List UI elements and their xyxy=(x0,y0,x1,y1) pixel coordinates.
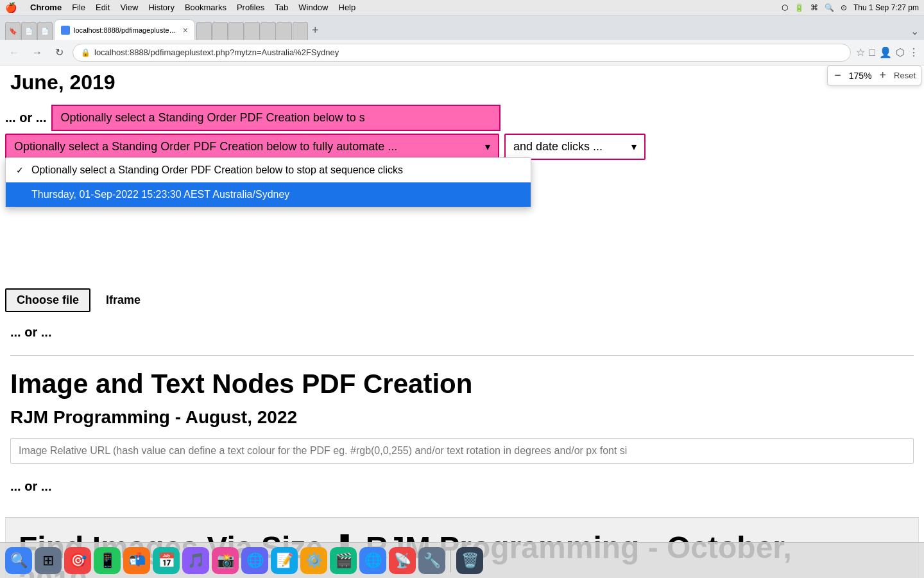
tab-favicon-10[interactable] xyxy=(293,22,308,40)
new-tab-button[interactable]: + xyxy=(312,24,319,40)
extensions-icon[interactable]: ⬡ xyxy=(896,46,905,58)
dock-icon-11[interactable]: ⚙️ xyxy=(300,547,327,574)
active-tab[interactable]: localhost:8888/pdfimageplustext.php?mytz… xyxy=(54,19,195,40)
menubar-datetime: Thu 1 Sep 7:27 pm xyxy=(853,3,919,12)
image-url-input[interactable] xyxy=(10,438,914,464)
menubar-help[interactable]: Help xyxy=(339,3,356,12)
menubar-bookmarks[interactable]: Bookmarks xyxy=(185,3,227,12)
address-bar-input[interactable]: 🔒 localhost:8888/pdfimageplustext.php?my… xyxy=(73,44,851,62)
page-content: June, 2019 ... or ... Optionally select … xyxy=(0,66,924,578)
dock-chrome-icon[interactable]: 🌐 xyxy=(359,547,386,574)
menubar-right: ⬡ 🔋 ⌘ 🔍 ⊙ Thu 1 Sep 7:27 pm xyxy=(782,3,919,12)
tab-favicon-active xyxy=(61,26,70,35)
tab-close-button[interactable]: × xyxy=(183,25,188,35)
dock-launchpad-icon[interactable]: ⊞ xyxy=(35,547,62,574)
dropdown-notification-bar: Optionally select a Standing Order PDF C… xyxy=(51,105,501,131)
menubar-battery-icon: 🔋 xyxy=(794,3,804,12)
tab-favicon-1[interactable]: 🔖 xyxy=(5,22,21,40)
menubar-bluetooth-icon: ⬡ xyxy=(782,3,788,12)
zoom-bar: − 175% + Reset xyxy=(827,66,921,85)
dock-divider xyxy=(450,549,451,572)
addressbar: ← → ↻ 🔒 localhost:8888/pdfimageplustext.… xyxy=(0,40,924,66)
checkmark-icon: ✓ xyxy=(16,165,26,175)
forward-button[interactable]: → xyxy=(28,44,46,61)
dropdown-option-2-label: Thursday, 01-Sep-2022 15:23:30 AEST Aust… xyxy=(31,189,289,200)
dock-icon-7[interactable]: 🎵 xyxy=(182,547,209,574)
zoom-reset-button[interactable]: Reset xyxy=(894,71,916,80)
dock-icon-5[interactable]: 📬 xyxy=(123,547,150,574)
menubar-search-icon[interactable]: 🔍 xyxy=(825,3,834,12)
dock-icon-15[interactable]: 🔧 xyxy=(418,547,445,574)
tab-title: localhost:8888/pdfimageplustext.php?mytz… xyxy=(74,26,179,34)
secondary-dropdown-label: and date clicks ... xyxy=(513,140,603,153)
dock-icon-4[interactable]: 📱 xyxy=(94,547,121,574)
dock-icon-3[interactable]: 🎯 xyxy=(64,547,91,574)
main-content: Image and Text Nodes PDF Creation RJM Pr… xyxy=(0,356,924,517)
menubar-window[interactable]: Window xyxy=(298,3,328,12)
menubar-view[interactable]: View xyxy=(120,3,138,12)
menubar: 🍎 Chrome File Edit View History Bookmark… xyxy=(0,0,924,15)
dock-finder-icon[interactable]: 🔍 xyxy=(5,547,32,574)
menubar-wifi-icon: ⌘ xyxy=(810,3,818,12)
partial-date: June, 2019 xyxy=(10,66,914,100)
tab-favicon-7[interactable] xyxy=(244,22,260,40)
tabbar: 🔖 📄 📄 localhost:8888/pdfimageplustext.ph… xyxy=(0,15,924,40)
or-divider-2: ... or ... xyxy=(0,320,924,345)
menubar-edit[interactable]: Edit xyxy=(96,3,110,12)
secondary-dropdown[interactable]: and date clicks ... ▾ xyxy=(504,134,646,160)
bookmark-icon[interactable]: ☆ xyxy=(856,46,865,58)
back-button[interactable]: ← xyxy=(5,44,23,61)
dock-icon-14[interactable]: 📡 xyxy=(389,547,416,574)
menubar-siri-icon[interactable]: ⊙ xyxy=(841,3,847,12)
dropdown-container: ... or ... Optionally select a Standing … xyxy=(0,100,924,160)
section-top: June, 2019 xyxy=(0,66,924,100)
tab-favicon-6[interactable] xyxy=(228,22,244,40)
dropdown-selected-label: Optionally select a Standing Order PDF C… xyxy=(14,140,397,153)
tab-favicon-4[interactable] xyxy=(196,22,212,40)
address-icons: ☆ □ 👤 ⬡ ⋮ xyxy=(856,46,919,58)
tab-favicon-3[interactable]: 📄 xyxy=(37,22,53,40)
tab-favicon-2[interactable]: 📄 xyxy=(21,22,37,40)
dock-trash-icon[interactable]: 🗑️ xyxy=(456,547,483,574)
menubar-file[interactable]: File xyxy=(72,3,85,12)
dock-icon-12[interactable]: 🎬 xyxy=(330,547,357,574)
zoom-out-button[interactable]: − xyxy=(833,69,843,82)
dropdown-option-2[interactable]: Thursday, 01-Sep-2022 15:23:30 AEST Aust… xyxy=(6,182,531,207)
menubar-profiles[interactable]: Profiles xyxy=(237,3,264,12)
menu-icon[interactable]: ⋮ xyxy=(909,46,919,58)
dropdown-option-1-label: Optionally select a Standing Order PDF C… xyxy=(31,164,403,176)
dropdown-option-1[interactable]: ✓ Optionally select a Standing Order PDF… xyxy=(6,158,531,182)
dropdown-row: Optionally select a Standing Order PDF C… xyxy=(5,134,919,160)
profile-icon[interactable]: 👤 xyxy=(879,46,892,58)
dropdown-menu: ✓ Optionally select a Standing Order PDF… xyxy=(5,157,531,207)
dropdown-selected-bar[interactable]: Optionally select a Standing Order PDF C… xyxy=(5,134,499,160)
dock-icon-8[interactable]: 📸 xyxy=(212,547,239,574)
refresh-button[interactable]: ↻ xyxy=(51,44,67,61)
apple-menu[interactable]: 🍎 xyxy=(5,2,17,13)
dropdown-notification-text: Optionally select a Standing Order PDF C… xyxy=(60,111,364,125)
zoom-value: 175% xyxy=(849,71,872,81)
tab-overflow-button[interactable]: ⌄ xyxy=(911,25,919,40)
dock-icon-10[interactable]: 📝 xyxy=(271,547,298,574)
zoom-in-button[interactable]: + xyxy=(878,69,888,82)
menubar-chrome[interactable]: Chrome xyxy=(30,3,62,12)
menubar-tab[interactable]: Tab xyxy=(275,3,288,12)
main-subheading: RJM Programming - August, 2022 xyxy=(10,407,914,428)
dropdown-chevron-icon: ▾ xyxy=(485,141,490,153)
or-divider-3: ... or ... xyxy=(10,479,914,494)
tab-favicon-9[interactable] xyxy=(277,22,292,40)
url-text: localhost:8888/pdfimageplustext.php?mytz… xyxy=(94,48,339,57)
secondary-dropdown-chevron-icon: ▾ xyxy=(631,141,637,153)
tab-favicon-5[interactable] xyxy=(212,22,228,40)
dock-icon-9[interactable]: 🌐 xyxy=(241,547,268,574)
tab-favicon-8[interactable] xyxy=(261,22,276,40)
main-heading: Image and Text Nodes PDF Creation xyxy=(10,369,914,399)
screenshot-icon[interactable]: □ xyxy=(869,47,875,58)
iframe-button[interactable]: Iframe xyxy=(96,290,151,311)
choose-file-button[interactable]: Choose file xyxy=(5,288,90,312)
dock-icon-6[interactable]: 📅 xyxy=(153,547,180,574)
menubar-history[interactable]: History xyxy=(148,3,174,12)
or-text-1: ... or ... xyxy=(5,110,51,125)
dock: 🔍 ⊞ 🎯 📱 📬 📅 🎵 📸 🌐 📝 ⚙️ 🎬 🌐 📡 🔧 🗑️ xyxy=(0,542,924,578)
